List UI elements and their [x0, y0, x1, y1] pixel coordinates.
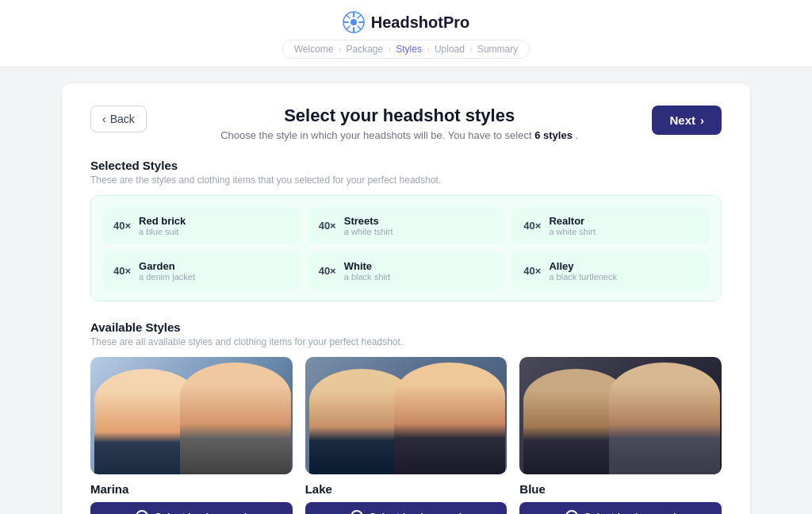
app-name: HeadshotPro [371, 13, 469, 32]
lake-silhouette [305, 357, 508, 474]
style-chip-garden: 40× Garden a denim jacket [102, 252, 300, 290]
logo-icon [343, 11, 365, 33]
back-button[interactable]: ‹ Back [90, 105, 147, 132]
select-bg-label-blue: Select background [584, 511, 676, 515]
main-card: ‹ Back Select your headshot styles Choos… [62, 83, 750, 514]
circle-icon-blue [565, 510, 578, 514]
chip-info-2: Realtor a white shirt [549, 215, 596, 236]
logo: HeadshotPro [343, 11, 469, 33]
breadcrumb-styles: Styles [396, 44, 422, 55]
chip-count-5: 40× [523, 265, 541, 277]
selected-styles-desc: These are the styles and clothing items … [90, 175, 722, 186]
style-image-blue [519, 357, 722, 474]
chip-name-4: White [344, 260, 391, 272]
style-card-blue: Blue Select background [519, 357, 722, 514]
selected-styles-grid: 40× Red brick a blue suit 40× Streets a … [90, 195, 722, 301]
chip-info-1: Streets a white tshirt [344, 215, 393, 236]
style-name-lake: Lake [305, 482, 332, 496]
circle-icon-marina [136, 510, 148, 514]
next-label: Next [669, 113, 695, 127]
available-styles-desc: These are all available styles and cloth… [90, 336, 722, 347]
blue-silhouette [519, 357, 722, 474]
marina-silhouette [90, 357, 293, 474]
top-bar: ‹ Back Select your headshot styles Choos… [90, 105, 722, 141]
main-content: ‹ Back Select your headshot styles Choos… [49, 67, 763, 514]
chip-clothing-2: a white shirt [549, 227, 596, 236]
chip-info-5: Alley a black turtleneck [549, 260, 617, 282]
back-label: Back [110, 113, 135, 125]
header: HeadshotPro Welcome › Package › Styles ›… [0, 0, 812, 67]
style-chip-alley: 40× Alley a black turtleneck [512, 252, 710, 290]
chip-name-2: Realtor [549, 215, 596, 227]
styles-count: 6 styles [534, 129, 573, 141]
style-card-lake: Lake Select background [305, 357, 508, 514]
style-card-marina: Marina Select background [90, 357, 293, 514]
blue-person-right [609, 362, 720, 474]
lake-person-right [394, 362, 505, 474]
svg-line-8 [358, 16, 361, 19]
breadcrumb-summary: Summary [477, 44, 518, 55]
style-chip-realtor: 40× Realtor a white shirt [512, 207, 710, 244]
style-chip-white: 40× White a black shirt [308, 252, 505, 290]
available-styles-grid: Marina Select background [90, 357, 722, 514]
style-image-lake [305, 357, 508, 474]
chip-count-3: 40× [113, 265, 131, 277]
chip-clothing-3: a denim jacket [139, 272, 195, 282]
available-styles-label: Available Styles [90, 320, 722, 334]
style-chip-streets: 40× Streets a white tshirt [308, 207, 505, 244]
sep-1: › [339, 44, 342, 55]
chip-name-0: Red brick [139, 215, 186, 227]
sep-3: › [427, 44, 430, 55]
back-chevron-icon: ‹ [102, 113, 106, 125]
available-styles-section: Available Styles These are all available… [90, 320, 722, 514]
select-bg-label-lake: Select background [370, 511, 462, 515]
chip-count-1: 40× [319, 220, 336, 232]
svg-line-7 [358, 26, 361, 29]
svg-line-9 [347, 26, 350, 29]
select-background-marina[interactable]: Select background [90, 502, 293, 514]
chip-info-3: Garden a denim jacket [139, 260, 195, 282]
chip-count-0: 40× [113, 220, 131, 232]
style-image-marina [90, 357, 293, 474]
chip-info-4: White a black shirt [344, 260, 391, 282]
style-name-blue: Blue [519, 482, 546, 496]
select-background-lake[interactable]: Select background [305, 502, 508, 514]
chip-count-2: 40× [523, 220, 541, 232]
selected-styles-section: Selected Styles These are the styles and… [90, 159, 722, 301]
page-subtitle: Choose the style in which your headshots… [159, 129, 640, 141]
chip-info-0: Red brick a blue suit [139, 215, 186, 236]
selected-styles-label: Selected Styles [90, 159, 722, 172]
chip-clothing-0: a blue suit [139, 227, 186, 236]
chip-count-4: 40× [319, 265, 336, 277]
page-title-block: Select your headshot styles Choose the s… [147, 105, 653, 141]
chip-name-3: Garden [139, 260, 195, 272]
next-chevron-icon: › [700, 113, 704, 127]
chip-clothing-1: a white tshirt [344, 227, 393, 236]
breadcrumb-welcome: Welcome [294, 44, 334, 55]
page-title: Select your headshot styles [159, 105, 640, 126]
next-button[interactable]: Next › [652, 105, 722, 135]
breadcrumb-package: Package [347, 44, 384, 55]
breadcrumb-upload: Upload [435, 44, 465, 55]
select-background-blue[interactable]: Select background [519, 502, 722, 514]
marina-person-right [180, 362, 291, 474]
select-bg-label-marina: Select background [155, 511, 247, 515]
style-chip-redbrick: 40× Red brick a blue suit [102, 207, 300, 244]
svg-point-1 [350, 19, 357, 25]
sep-2: › [388, 44, 391, 55]
chip-clothing-4: a black shirt [344, 272, 391, 282]
chip-clothing-5: a black turtleneck [549, 272, 617, 282]
sep-4: › [469, 44, 473, 55]
svg-line-6 [347, 16, 350, 19]
circle-icon-lake [350, 510, 363, 514]
breadcrumb: Welcome › Package › Styles › Upload › Su… [282, 40, 530, 59]
chip-name-1: Streets [344, 215, 393, 227]
style-name-marina: Marina [90, 482, 128, 496]
chip-name-5: Alley [549, 260, 617, 272]
